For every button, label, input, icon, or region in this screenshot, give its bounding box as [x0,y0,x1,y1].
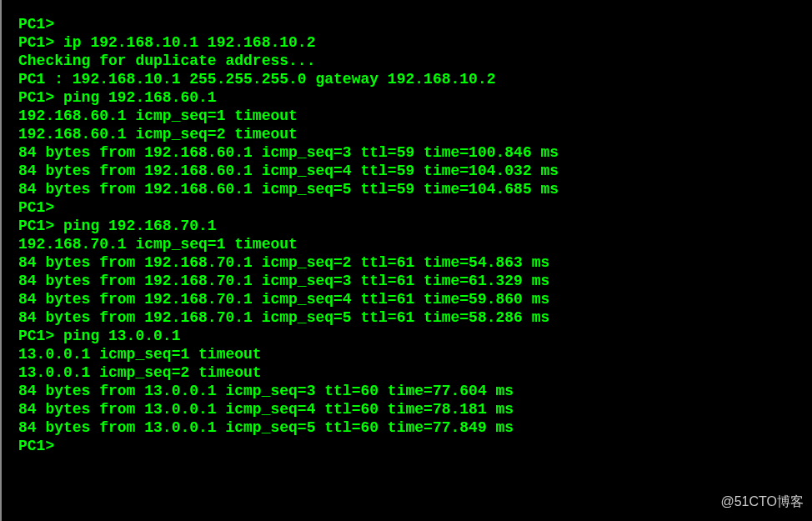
terminal-line: 84 bytes from 13.0.0.1 icmp_seq=5 ttl=60… [18,418,805,437]
terminal-line: 84 bytes from 192.168.60.1 icmp_seq=5 tt… [18,180,805,198]
terminal-line: 84 bytes from 192.168.60.1 icmp_seq=3 tt… [18,143,805,162]
terminal-line: PC1> [18,198,805,217]
terminal-output[interactable]: PC1> PC1> ip 192.168.10.1 192.168.10.2 C… [0,0,812,521]
terminal-line: 192.168.60.1 icmp_seq=2 timeout [18,125,805,143]
terminal-line: 192.168.70.1 icmp_seq=1 timeout [18,235,805,253]
terminal-line: PC1> [18,437,805,455]
terminal-line: 84 bytes from 192.168.70.1 icmp_seq=3 tt… [18,272,805,290]
terminal-line: 84 bytes from 192.168.70.1 icmp_seq=2 tt… [18,253,805,272]
terminal-line: PC1> [18,15,805,33]
terminal-line: 84 bytes from 192.168.70.1 icmp_seq=4 tt… [18,290,805,308]
terminal-line: 13.0.0.1 icmp_seq=2 timeout [18,363,805,382]
terminal-line: 84 bytes from 192.168.70.1 icmp_seq=5 tt… [18,308,805,327]
terminal-line: 13.0.0.1 icmp_seq=1 timeout [18,345,805,363]
terminal-line: 192.168.60.1 icmp_seq=1 timeout [18,107,805,125]
terminal-line: 84 bytes from 13.0.0.1 icmp_seq=4 ttl=60… [18,400,805,418]
terminal-line: Checking for duplicate address... [18,52,805,70]
terminal-line: PC1> ping 192.168.70.1 [18,217,805,235]
terminal-line: PC1> ip 192.168.10.1 192.168.10.2 [18,33,805,52]
terminal-line: PC1> ping 192.168.60.1 [18,88,805,107]
terminal-line: 84 bytes from 13.0.0.1 icmp_seq=3 ttl=60… [18,382,805,400]
watermark-label: @51CTO博客 [720,493,804,511]
terminal-line: PC1> ping 13.0.0.1 [18,327,805,345]
terminal-line: PC1 : 192.168.10.1 255.255.255.0 gateway… [18,70,805,88]
terminal-line: 84 bytes from 192.168.60.1 icmp_seq=4 tt… [18,162,805,180]
